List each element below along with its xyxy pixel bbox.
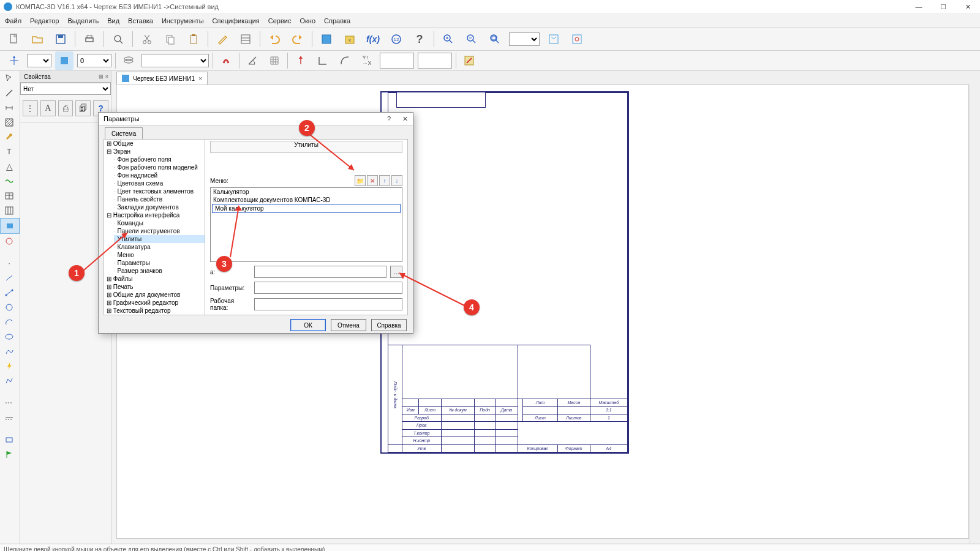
dialog-close-icon[interactable]: ✕ xyxy=(397,115,413,123)
vars-icon[interactable]: x xyxy=(341,30,359,48)
tool-edge-icon[interactable] xyxy=(0,395,18,410)
menu-service[interactable]: Сервис xyxy=(268,17,292,24)
y-input[interactable] xyxy=(418,53,452,69)
command-input[interactable] xyxy=(254,266,386,278)
tool-table-icon[interactable] xyxy=(0,189,18,203)
xy-icon[interactable]: Y↑→X xyxy=(358,51,376,70)
menu-spec[interactable]: Спецификация xyxy=(213,17,260,24)
pt-3-icon[interactable]: ⎙ xyxy=(58,100,74,116)
menu-view[interactable]: Вид xyxy=(107,17,119,24)
list-item[interactable]: Калькулятор xyxy=(211,188,402,196)
move-down-icon[interactable]: ↓ xyxy=(391,175,402,186)
menu-help[interactable]: Справка xyxy=(324,17,350,24)
coord-select[interactable] xyxy=(27,54,51,67)
fx-icon[interactable]: f(x) xyxy=(364,30,382,48)
help-button[interactable]: Справка xyxy=(371,319,407,331)
round-icon[interactable] xyxy=(336,51,354,70)
tool-text-icon[interactable]: T xyxy=(0,144,18,159)
cut-icon[interactable] xyxy=(138,30,156,48)
layer-select[interactable]: 0 xyxy=(77,54,111,67)
pin-icon[interactable]: ⊠ × xyxy=(99,73,108,80)
tool-poly-icon[interactable] xyxy=(0,373,18,388)
tool-wave-icon[interactable] xyxy=(0,174,18,189)
brush-icon[interactable] xyxy=(213,30,232,48)
save-icon[interactable] xyxy=(51,30,70,48)
folder-input[interactable] xyxy=(254,298,402,310)
coord-icon[interactable] xyxy=(5,51,23,70)
delete-menu-icon[interactable]: ✕ xyxy=(367,175,378,186)
state-select[interactable] xyxy=(141,54,209,67)
tool-flag-icon[interactable] xyxy=(0,447,18,462)
properties-combo[interactable]: Нет xyxy=(20,83,111,95)
ortho-icon[interactable] xyxy=(314,51,332,70)
angle-icon[interactable] xyxy=(243,51,262,70)
tool-grid2-icon[interactable] xyxy=(0,203,18,218)
menu-file[interactable]: Файл xyxy=(5,17,21,24)
tool-circle-icon[interactable] xyxy=(0,300,18,315)
zoom-select[interactable] xyxy=(509,32,540,46)
document-tab[interactable]: Чертеж БЕЗ ИМЕНИ1 × xyxy=(116,72,208,84)
tool-select-icon[interactable] xyxy=(0,71,18,86)
properties-icon[interactable] xyxy=(236,30,255,48)
manager-icon[interactable] xyxy=(317,30,336,48)
menu-tools[interactable]: Инструменты xyxy=(162,17,204,24)
open-icon[interactable] xyxy=(28,30,47,48)
tool-arc-icon[interactable] xyxy=(0,315,18,329)
zoom-fit-icon[interactable] xyxy=(486,30,504,48)
tools2-icon[interactable]: 12 xyxy=(387,30,405,48)
copy-icon[interactable] xyxy=(161,30,179,48)
cancel-button[interactable]: Отмена xyxy=(331,319,366,331)
paste-icon[interactable] xyxy=(184,30,203,48)
close-button[interactable]: ✕ xyxy=(956,0,980,13)
tool-hatch-icon[interactable] xyxy=(0,115,18,130)
snap-icon[interactable] xyxy=(217,51,235,70)
menu-select[interactable]: Выделить xyxy=(67,17,99,24)
tool-spline-icon[interactable] xyxy=(0,344,18,359)
tool-circle2-icon[interactable] xyxy=(0,234,18,249)
tool-point-icon[interactable]: · xyxy=(0,256,18,271)
params-input[interactable] xyxy=(254,282,402,294)
grid-icon[interactable] xyxy=(265,51,284,70)
rebuild-icon[interactable] xyxy=(568,30,586,48)
edit-icon[interactable] xyxy=(460,51,478,70)
pt-2-icon[interactable]: A xyxy=(40,100,56,116)
pt-4-icon[interactable]: 🗐 xyxy=(75,100,91,116)
tab-system[interactable]: Система xyxy=(105,127,143,139)
tool-line-icon[interactable] xyxy=(0,86,18,100)
tab-close-icon[interactable]: × xyxy=(198,75,202,82)
redo-icon[interactable] xyxy=(288,30,307,48)
new-icon[interactable] xyxy=(5,30,23,48)
tool-edge2-icon[interactable] xyxy=(0,410,18,425)
scrollbar-vertical[interactable] xyxy=(970,84,980,544)
pt-1-icon[interactable]: ⋮ xyxy=(23,100,38,116)
tool-bolt-icon[interactable] xyxy=(0,359,18,373)
print-icon[interactable] xyxy=(80,30,99,48)
menu-window[interactable]: Окно xyxy=(300,17,315,24)
tool-wrench-icon[interactable] xyxy=(0,130,18,144)
tool-box-icon[interactable] xyxy=(0,432,18,447)
tool-seg2-icon[interactable] xyxy=(0,285,18,300)
undo-icon[interactable] xyxy=(265,30,284,48)
tool-rect-icon[interactable] xyxy=(0,218,20,234)
maximize-button[interactable]: ☐ xyxy=(931,0,956,13)
move-up-icon[interactable]: ↑ xyxy=(379,175,390,186)
minimize-button[interactable]: — xyxy=(907,0,931,13)
layers-icon[interactable] xyxy=(119,51,138,70)
refresh-icon[interactable] xyxy=(545,30,563,48)
preview-icon[interactable] xyxy=(109,30,127,48)
help-icon[interactable]: ? xyxy=(410,30,429,48)
dialog-help-icon[interactable]: ? xyxy=(381,115,397,123)
tool-ellipse-icon[interactable] xyxy=(0,329,18,344)
ok-button[interactable]: ОК xyxy=(290,319,326,331)
tool-symbol-icon[interactable]: △ xyxy=(0,159,18,174)
x-input[interactable] xyxy=(380,53,414,69)
layer-icon[interactable] xyxy=(55,51,74,70)
menu-edit[interactable]: Редактор xyxy=(30,17,59,24)
menu-insert[interactable]: Вставка xyxy=(128,17,153,24)
zoom-out-icon[interactable] xyxy=(462,30,481,48)
zoom-in-icon[interactable] xyxy=(439,30,458,48)
add-menu-icon[interactable]: 📁 xyxy=(355,175,366,186)
arrow-up-icon[interactable] xyxy=(292,51,310,70)
tool-dimension-icon[interactable] xyxy=(0,100,18,115)
tool-seg-icon[interactable] xyxy=(0,271,18,285)
